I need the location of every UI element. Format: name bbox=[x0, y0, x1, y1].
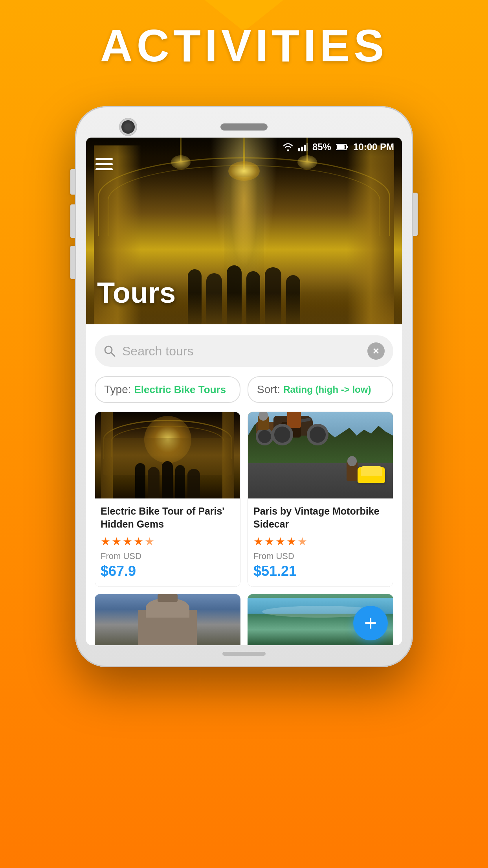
phone-top-hardware bbox=[86, 118, 402, 138]
svg-rect-5 bbox=[347, 146, 348, 148]
svg-rect-6 bbox=[337, 145, 345, 149]
star-1: ★ bbox=[101, 535, 110, 548]
search-icon bbox=[103, 345, 116, 357]
sort-filter-button[interactable]: Sort: Rating (high -> low) bbox=[248, 376, 393, 403]
card-2-price: $51.21 bbox=[253, 563, 387, 579]
volume-up-button[interactable] bbox=[70, 169, 75, 195]
power-button[interactable] bbox=[413, 193, 418, 236]
sort-filter-value: Rating (high -> low) bbox=[283, 384, 371, 395]
star-3: ★ bbox=[123, 535, 132, 548]
svg-rect-3 bbox=[306, 143, 308, 151]
tour-card-1[interactable]: Electric Bike Tour of Paris' Hidden Gems… bbox=[95, 412, 240, 587]
tour-card-2[interactable]: Paris by Vintage Motorbike Sidecar ★ ★ ★… bbox=[248, 412, 393, 587]
silent-button[interactable] bbox=[70, 246, 75, 279]
phone-bottom-bar bbox=[86, 645, 402, 659]
battery-text: 85% bbox=[312, 142, 331, 153]
svg-rect-2 bbox=[304, 145, 306, 151]
page-title: ACTIVITIES bbox=[0, 20, 488, 72]
type-filter-button[interactable]: Type: Electric Bike Tours bbox=[95, 376, 240, 403]
type-filter-label: Type: bbox=[104, 383, 131, 396]
wifi-icon bbox=[283, 143, 294, 151]
svg-line-8 bbox=[111, 353, 115, 356]
volume-down-button[interactable] bbox=[70, 204, 75, 238]
time-display: 10:00 PM bbox=[353, 142, 394, 153]
card-1-name: Electric Bike Tour of Paris' Hidden Gems bbox=[101, 505, 235, 530]
search-section: Search tours × bbox=[86, 324, 402, 373]
tour-cards-grid: Electric Bike Tour of Paris' Hidden Gems… bbox=[86, 412, 402, 594]
star-5-half: ★ bbox=[145, 535, 154, 548]
hero-title: Tours bbox=[97, 276, 176, 309]
card-2-from: From USD bbox=[253, 551, 387, 561]
status-bar: 85% 10:00 PM bbox=[86, 138, 402, 156]
card-1-info: Electric Bike Tour of Paris' Hidden Gems… bbox=[95, 498, 240, 587]
star-2: ★ bbox=[264, 535, 274, 548]
hamburger-menu[interactable] bbox=[95, 158, 113, 170]
card-2-name: Paris by Vintage Motorbike Sidecar bbox=[253, 505, 387, 530]
sort-filter-label: Sort: bbox=[257, 383, 280, 396]
hamburger-line bbox=[95, 158, 113, 160]
fab-add-button[interactable]: + bbox=[353, 606, 388, 640]
battery-icon bbox=[336, 143, 349, 151]
star-3: ★ bbox=[275, 535, 285, 548]
star-2: ★ bbox=[112, 535, 121, 548]
star-4: ★ bbox=[134, 535, 143, 548]
search-input[interactable]: Search tours bbox=[122, 344, 361, 359]
card-1-image bbox=[95, 412, 240, 498]
camera bbox=[121, 120, 135, 134]
svg-rect-1 bbox=[301, 147, 303, 151]
card-2-stars: ★ ★ ★ ★ ★ bbox=[253, 535, 387, 548]
phone-mockup: 85% 10:00 PM Tours bbox=[75, 106, 413, 667]
phone-screen: 85% 10:00 PM Tours bbox=[86, 138, 402, 645]
star-1: ★ bbox=[253, 535, 263, 548]
card-1-price: $67.9 bbox=[101, 563, 235, 579]
search-clear-button[interactable]: × bbox=[367, 342, 385, 360]
card-2-info: Paris by Vintage Motorbike Sidecar ★ ★ ★… bbox=[248, 498, 393, 587]
hero-section: 85% 10:00 PM Tours bbox=[86, 138, 402, 324]
filter-row: Type: Electric Bike Tours Sort: Rating (… bbox=[86, 373, 402, 412]
hamburger-line bbox=[95, 163, 113, 165]
signal-icon bbox=[298, 143, 308, 151]
card-1-stars: ★ ★ ★ ★ ★ bbox=[101, 535, 235, 548]
hamburger-line bbox=[95, 168, 113, 170]
star-5-half: ★ bbox=[297, 535, 307, 548]
star-4: ★ bbox=[286, 535, 296, 548]
earpiece bbox=[220, 123, 268, 131]
search-bar[interactable]: Search tours × bbox=[95, 335, 393, 367]
home-bar[interactable] bbox=[222, 652, 266, 656]
type-filter-value: Electric Bike Tours bbox=[134, 384, 226, 396]
card-2-image bbox=[248, 412, 393, 498]
tour-card-partial-1[interactable] bbox=[95, 594, 240, 645]
svg-rect-0 bbox=[298, 148, 300, 151]
card-1-from: From USD bbox=[101, 551, 235, 561]
